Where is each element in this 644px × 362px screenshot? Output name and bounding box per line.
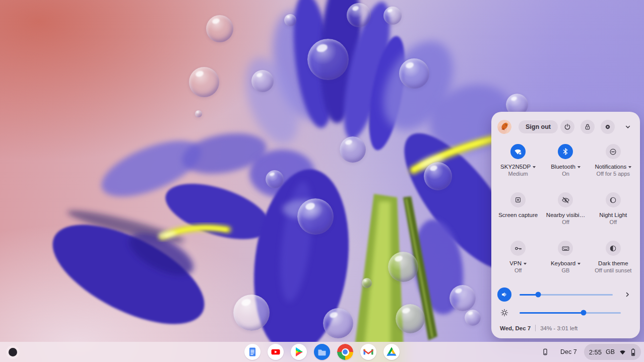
feature-tiles: SKY2N5DP Medium Bluetooth On Notificatio…: [491, 140, 640, 285]
app-play-store[interactable]: [291, 344, 307, 360]
water-droplet: [362, 278, 372, 288]
water-droplet: [206, 15, 233, 42]
water-droplet: [195, 110, 202, 117]
water-droplet: [266, 170, 284, 188]
app-gmail[interactable]: [360, 344, 376, 360]
gmail-icon: [360, 344, 376, 360]
tile-screen-capture[interactable]: Screen capture: [494, 188, 542, 237]
avatar[interactable]: [497, 120, 511, 134]
dropdown-caret-icon: [577, 263, 581, 265]
water-droplet: [297, 198, 334, 235]
sign-out-button[interactable]: Sign out: [519, 120, 558, 133]
power-button[interactable]: [560, 120, 574, 134]
water-droplet: [399, 58, 429, 89]
night-light-icon: [606, 192, 621, 207]
gear-icon: [604, 123, 612, 131]
volume-slider-knob[interactable]: [536, 292, 541, 298]
tile-label: SKY2N5DP: [500, 164, 531, 170]
tile-sublabel: Medium: [508, 170, 528, 177]
audio-settings-button[interactable]: [621, 288, 634, 301]
phone-hub-button[interactable]: [537, 344, 553, 360]
battery-status-icon: [630, 348, 636, 356]
tile-network[interactable]: SKY2N5DP Medium: [494, 140, 542, 188]
brightness-button[interactable]: [497, 306, 511, 320]
play-store-icon: [291, 344, 307, 360]
battery-status[interactable]: 34% - 3:01 left: [540, 325, 577, 331]
tile-sublabel: GB: [562, 267, 570, 274]
brightness-slider[interactable]: [520, 312, 621, 314]
lock-icon: [584, 123, 592, 131]
brightness-row: [491, 304, 640, 321]
dark-theme-icon: [606, 241, 621, 256]
tile-sublabel: Off until sunset: [595, 267, 631, 274]
tile-notifications[interactable]: Notifications Off for 5 apps: [590, 140, 637, 188]
tile-vpn[interactable]: VPN Off: [494, 237, 542, 285]
panel-date[interactable]: Wed, Dec 7: [500, 325, 531, 331]
water-droplet: [251, 70, 274, 92]
water-droplet: [233, 295, 270, 331]
tile-label: Keyboard: [551, 260, 575, 266]
dropdown-caret-icon: [533, 166, 536, 168]
status-tray-button[interactable]: 2:55 GB: [584, 344, 641, 360]
youtube-icon: [268, 344, 284, 360]
tile-sublabel: Off for 5 apps: [597, 170, 630, 177]
water-droplet: [465, 310, 481, 326]
tray-date[interactable]: Dec 7: [555, 344, 582, 360]
app-files[interactable]: [314, 344, 330, 360]
water-droplet: [307, 39, 349, 80]
tile-label: Dark theme: [598, 260, 628, 266]
quick-settings-header: Sign out: [491, 112, 640, 138]
water-droplet: [347, 3, 371, 27]
tile-nearby-visibility[interactable]: Nearby visibi… Off: [542, 188, 589, 237]
tile-label: Night Light: [599, 212, 627, 218]
google-drive-icon: [383, 344, 400, 360]
water-droplet: [323, 308, 353, 338]
brightness-icon: [500, 308, 509, 317]
volume-mute-button[interactable]: [497, 287, 511, 302]
wifi-status-icon: [619, 349, 626, 355]
launcher-button[interactable]: [4, 343, 21, 360]
tile-label: Screen capture: [498, 212, 538, 218]
volume-row: [491, 286, 640, 303]
water-droplet: [383, 7, 402, 25]
clock: 2:55: [589, 348, 602, 356]
water-droplet: [340, 136, 366, 163]
vpn-key-icon: [510, 241, 526, 256]
app-chrome[interactable]: [337, 344, 353, 360]
tile-sublabel: Off: [562, 219, 569, 226]
water-droplet: [388, 252, 418, 282]
collapse-button[interactable]: [622, 120, 634, 134]
app-youtube[interactable]: [268, 344, 284, 360]
chevron-right-icon: [623, 290, 632, 299]
tile-dark-theme[interactable]: Dark theme Off until sunset: [590, 237, 637, 285]
water-droplet: [449, 285, 476, 311]
tile-sublabel: Off: [610, 219, 617, 226]
shelf: Dec 7 2:55 GB: [0, 342, 644, 362]
tile-keyboard[interactable]: Keyboard GB: [542, 237, 589, 285]
app-google-drive[interactable]: [383, 344, 400, 360]
volume-slider[interactable]: [520, 294, 613, 296]
bluetooth-icon: [558, 144, 573, 159]
visibility-off-icon: [558, 192, 573, 207]
app-google-docs[interactable]: [244, 344, 261, 360]
tile-label: Bluetooth: [551, 164, 575, 170]
keyboard-icon: [558, 241, 573, 256]
lock-button[interactable]: [581, 120, 595, 134]
water-droplet: [424, 162, 452, 190]
tile-sublabel: On: [562, 170, 569, 177]
footer-divider: [535, 325, 536, 331]
dropdown-caret-icon: [577, 166, 581, 168]
files-icon: [314, 344, 330, 360]
dropdown-caret-icon: [524, 263, 527, 265]
water-droplet: [396, 304, 425, 333]
tile-night-light[interactable]: Night Light Off: [590, 188, 637, 237]
google-docs-icon: [244, 344, 261, 360]
shelf-apps: [244, 344, 400, 360]
dropdown-caret-icon: [628, 166, 631, 168]
brightness-slider-knob[interactable]: [581, 310, 586, 316]
settings-button[interactable]: [601, 120, 615, 134]
quick-settings-footer: Wed, Dec 7 34% - 3:01 left: [491, 325, 640, 331]
screenshot-icon: [510, 192, 526, 207]
launcher-icon: [9, 348, 17, 356]
tile-bluetooth[interactable]: Bluetooth On: [542, 140, 589, 188]
